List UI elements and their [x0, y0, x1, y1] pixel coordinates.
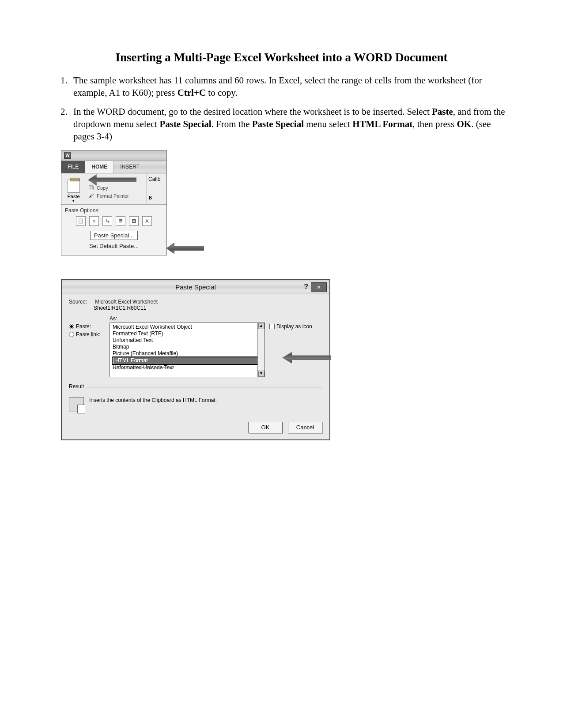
brush-icon: [89, 193, 95, 199]
paste-option-6-icon[interactable]: A: [142, 216, 152, 226]
checkbox-icon: [269, 324, 275, 329]
figure-word-ribbon: W FILE HOME INSERT Paste ▾ Cut Copy Form…: [61, 150, 180, 255]
clipboard-icon: [68, 180, 80, 193]
display-as-icon-label: Display as icon: [276, 323, 312, 330]
paste-option-3-icon[interactable]: ⇆: [102, 216, 112, 226]
tab-home[interactable]: HOME: [85, 161, 114, 173]
step-2-text-c: . From the: [212, 119, 252, 129]
copy-icon: [89, 185, 95, 191]
step-2-paste: Paste: [432, 106, 453, 117]
source-range: Sheet1!R1C1:R60C11: [94, 305, 322, 311]
step-1-text-a: The sample worksheet has 11 columns and …: [73, 75, 482, 98]
quick-access-toolbar: W: [61, 150, 166, 161]
listbox-scrollbar[interactable]: ▲ ▼: [257, 323, 264, 377]
set-default-paste-menu-item[interactable]: Set Default Paste...: [65, 241, 163, 251]
tab-insert[interactable]: INSERT: [114, 161, 146, 173]
step-2-text-d: menu select: [304, 119, 352, 129]
list-item[interactable]: Unformatted Unicode Text: [112, 364, 263, 371]
step-2-html: HTML Format: [352, 119, 412, 129]
callout-arrow-icon: [166, 243, 204, 254]
step-2-paste-special: Paste Special: [159, 119, 211, 129]
paste-special-dialog: Paste Special ? × Source: Microsoft Exce…: [61, 279, 330, 440]
radio-selected-icon: [69, 324, 74, 329]
step-2-ok: OK: [457, 119, 471, 129]
source-value: Microsoft Excel Worksheet: [95, 299, 158, 305]
scroll-up-icon[interactable]: ▲: [258, 323, 264, 329]
help-icon[interactable]: ?: [304, 283, 308, 291]
font-name-box[interactable]: Calib: [148, 176, 165, 182]
step-1: The sample worksheet has 11 columns and …: [70, 74, 506, 99]
paste-button[interactable]: Paste ▾: [61, 173, 86, 204]
list-item[interactable]: Unformatted Text: [112, 337, 263, 344]
list-item[interactable]: Bitmap: [112, 344, 263, 350]
step-1-shortcut: Ctrl+C: [178, 87, 206, 98]
radio-paste[interactable]: Paste:: [69, 323, 105, 330]
paste-special-menu-item[interactable]: Paste Special...: [65, 229, 163, 241]
ok-button[interactable]: OK: [248, 422, 283, 433]
list-item[interactable]: Microsoft Excel Worksheet Object: [112, 324, 263, 330]
scroll-down-icon[interactable]: ▼: [258, 371, 264, 377]
dialog-title: Paste Special: [175, 283, 216, 291]
paste-options-label: Paste Options:: [65, 207, 163, 214]
word-app-icon: W: [64, 152, 71, 159]
copy-label[interactable]: Copy: [97, 185, 108, 191]
paste-option-2-icon[interactable]: ≡: [89, 216, 99, 226]
paste-option-4-icon[interactable]: ≣: [116, 216, 125, 226]
as-label: As:: [110, 315, 265, 322]
source-label: Source:: [69, 299, 94, 305]
result-label: Result: [69, 383, 87, 390]
ribbon-tabs: FILE HOME INSERT: [61, 161, 166, 173]
step-2-text-e: , then press: [412, 119, 457, 129]
paste-label: Paste: [67, 194, 79, 199]
step-2-paste-special-2: Paste Special: [252, 119, 304, 129]
display-as-icon-checkbox[interactable]: Display as icon: [269, 323, 322, 330]
format-listbox[interactable]: Microsoft Excel Worksheet Object Formatt…: [110, 323, 265, 377]
radio-paste-link[interactable]: Paste link:: [69, 331, 105, 338]
list-item-selected[interactable]: HTML Format: [113, 357, 261, 364]
list-item-selected-wrap: HTML Format: [112, 356, 263, 365]
paste-option-1-icon[interactable]: 📋: [76, 216, 86, 226]
list-item[interactable]: Picture (Enhanced Metafile): [112, 350, 263, 357]
paste-dropdown-arrow-icon[interactable]: ▾: [72, 199, 75, 203]
step-2: In the WORD document, go to the desired …: [70, 105, 506, 143]
step-2-text-a: In the WORD document, go to the desired …: [73, 106, 432, 117]
paste-option-5-icon[interactable]: 🖼: [129, 216, 139, 226]
radio-paste-link-label: Paste link:: [76, 331, 100, 338]
paste-dropdown-menu: Paste Options: 📋 ≡ ⇆ ≣ 🖼 A Paste Special…: [61, 204, 166, 255]
bold-button[interactable]: B: [148, 195, 165, 201]
list-item[interactable]: Formatted Text (RTF): [112, 330, 263, 337]
tab-file[interactable]: FILE: [61, 161, 85, 173]
dialog-titlebar: Paste Special ? ×: [62, 280, 329, 294]
close-button[interactable]: ×: [311, 282, 327, 292]
page-title: Inserting a Multi-Page Excel Worksheet i…: [57, 51, 506, 64]
step-1-text-b: to copy.: [206, 87, 238, 98]
cancel-button[interactable]: Cancel: [288, 422, 322, 433]
radio-unselected-icon: [69, 332, 74, 337]
radio-paste-label: Paste:: [76, 323, 91, 330]
paste-special-menu-label: Paste Special...: [94, 232, 134, 239]
result-text: Inserts the contents of the Clipboard as…: [89, 397, 217, 403]
format-painter-label[interactable]: Format Painter: [97, 193, 129, 199]
clipboard-result-icon: [69, 397, 84, 412]
steps-list: The sample worksheet has 11 columns and …: [57, 74, 506, 143]
